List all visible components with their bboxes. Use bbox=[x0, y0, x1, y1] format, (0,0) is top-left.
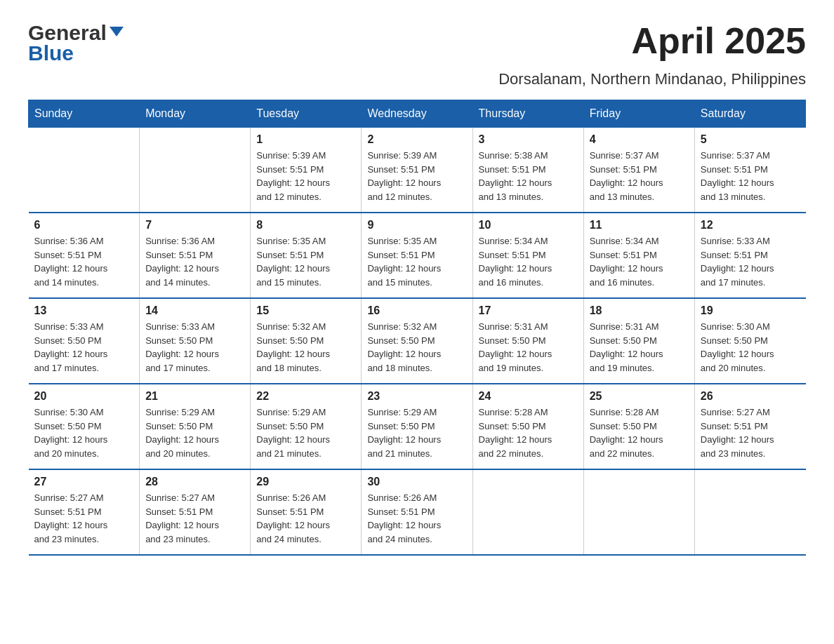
calendar-day-cell: 9Sunrise: 5:35 AM Sunset: 5:51 PM Daylig… bbox=[362, 213, 472, 298]
month-year-title: April 2025 bbox=[631, 21, 806, 61]
day-info: Sunrise: 5:39 AM Sunset: 5:51 PM Dayligh… bbox=[367, 149, 466, 203]
calendar-day-cell: 24Sunrise: 5:28 AM Sunset: 5:50 PM Dayli… bbox=[472, 384, 583, 469]
calendar-day-cell: 27Sunrise: 5:27 AM Sunset: 5:51 PM Dayli… bbox=[29, 469, 140, 555]
calendar-day-cell: 5Sunrise: 5:37 AM Sunset: 5:51 PM Daylig… bbox=[694, 128, 805, 213]
logo-blue-text: Blue bbox=[28, 41, 74, 65]
calendar-day-cell: 4Sunrise: 5:37 AM Sunset: 5:51 PM Daylig… bbox=[583, 128, 694, 213]
calendar-day-cell: 15Sunrise: 5:32 AM Sunset: 5:50 PM Dayli… bbox=[251, 298, 362, 384]
calendar-day-cell: 25Sunrise: 5:28 AM Sunset: 5:50 PM Dayli… bbox=[583, 384, 694, 469]
weekday-header-cell: Monday bbox=[140, 100, 251, 128]
calendar-day-cell: 1Sunrise: 5:39 AM Sunset: 5:51 PM Daylig… bbox=[251, 128, 362, 213]
day-info: Sunrise: 5:32 AM Sunset: 5:50 PM Dayligh… bbox=[367, 320, 466, 375]
calendar-day-cell bbox=[583, 469, 694, 555]
calendar-day-cell: 21Sunrise: 5:29 AM Sunset: 5:50 PM Dayli… bbox=[140, 384, 251, 469]
day-info: Sunrise: 5:37 AM Sunset: 5:51 PM Dayligh… bbox=[590, 149, 689, 203]
day-number: 8 bbox=[256, 219, 355, 232]
day-info: Sunrise: 5:31 AM Sunset: 5:50 PM Dayligh… bbox=[479, 320, 578, 375]
calendar-day-cell: 3Sunrise: 5:38 AM Sunset: 5:51 PM Daylig… bbox=[472, 128, 583, 213]
calendar-day-cell: 12Sunrise: 5:33 AM Sunset: 5:51 PM Dayli… bbox=[694, 213, 805, 298]
day-info: Sunrise: 5:27 AM Sunset: 5:51 PM Dayligh… bbox=[34, 491, 134, 546]
calendar-day-cell bbox=[29, 128, 140, 213]
day-info: Sunrise: 5:27 AM Sunset: 5:51 PM Dayligh… bbox=[145, 491, 244, 546]
day-number: 17 bbox=[479, 304, 578, 317]
calendar-day-cell: 20Sunrise: 5:30 AM Sunset: 5:50 PM Dayli… bbox=[29, 384, 140, 469]
day-number: 6 bbox=[34, 219, 134, 232]
calendar-table: SundayMondayTuesdayWednesdayThursdayFrid… bbox=[28, 100, 806, 556]
calendar-day-cell: 10Sunrise: 5:34 AM Sunset: 5:51 PM Dayli… bbox=[472, 213, 583, 298]
calendar-day-cell: 14Sunrise: 5:33 AM Sunset: 5:50 PM Dayli… bbox=[140, 298, 251, 384]
calendar-day-cell: 17Sunrise: 5:31 AM Sunset: 5:50 PM Dayli… bbox=[472, 298, 583, 384]
day-info: Sunrise: 5:37 AM Sunset: 5:51 PM Dayligh… bbox=[701, 149, 800, 203]
day-number: 19 bbox=[701, 304, 800, 317]
day-number: 23 bbox=[367, 390, 466, 403]
calendar-day-cell bbox=[140, 128, 251, 213]
day-info: Sunrise: 5:29 AM Sunset: 5:50 PM Dayligh… bbox=[145, 405, 244, 460]
day-info: Sunrise: 5:36 AM Sunset: 5:51 PM Dayligh… bbox=[145, 234, 244, 289]
weekday-header-row: SundayMondayTuesdayWednesdayThursdayFrid… bbox=[29, 100, 806, 128]
day-info: Sunrise: 5:36 AM Sunset: 5:51 PM Dayligh… bbox=[34, 234, 134, 289]
day-number: 2 bbox=[367, 133, 466, 146]
day-number: 26 bbox=[701, 390, 800, 403]
logo-triangle-icon bbox=[110, 27, 124, 36]
day-number: 20 bbox=[34, 390, 134, 403]
day-info: Sunrise: 5:32 AM Sunset: 5:50 PM Dayligh… bbox=[256, 320, 355, 375]
day-number: 5 bbox=[701, 133, 800, 146]
day-info: Sunrise: 5:33 AM Sunset: 5:51 PM Dayligh… bbox=[701, 234, 800, 289]
day-number: 12 bbox=[701, 219, 800, 232]
weekday-header-cell: Friday bbox=[583, 100, 694, 128]
day-number: 28 bbox=[145, 476, 244, 488]
day-info: Sunrise: 5:29 AM Sunset: 5:50 PM Dayligh… bbox=[367, 405, 466, 460]
calendar-week-row: 20Sunrise: 5:30 AM Sunset: 5:50 PM Dayli… bbox=[29, 384, 806, 469]
day-number: 18 bbox=[590, 304, 689, 317]
day-info: Sunrise: 5:30 AM Sunset: 5:50 PM Dayligh… bbox=[34, 405, 134, 460]
day-info: Sunrise: 5:28 AM Sunset: 5:50 PM Dayligh… bbox=[479, 405, 578, 460]
day-info: Sunrise: 5:29 AM Sunset: 5:50 PM Dayligh… bbox=[256, 405, 355, 460]
calendar-body: 1Sunrise: 5:39 AM Sunset: 5:51 PM Daylig… bbox=[29, 128, 806, 556]
day-number: 16 bbox=[367, 304, 466, 317]
calendar-day-cell bbox=[694, 469, 805, 555]
calendar-day-cell: 6Sunrise: 5:36 AM Sunset: 5:51 PM Daylig… bbox=[29, 213, 140, 298]
day-number: 9 bbox=[367, 219, 466, 232]
day-info: Sunrise: 5:31 AM Sunset: 5:50 PM Dayligh… bbox=[590, 320, 689, 375]
weekday-header-cell: Sunday bbox=[29, 100, 140, 128]
day-number: 24 bbox=[479, 390, 578, 403]
calendar-week-row: 13Sunrise: 5:33 AM Sunset: 5:50 PM Dayli… bbox=[29, 298, 806, 384]
day-number: 7 bbox=[145, 219, 244, 232]
calendar-week-row: 27Sunrise: 5:27 AM Sunset: 5:51 PM Dayli… bbox=[29, 469, 806, 555]
day-number: 30 bbox=[367, 476, 466, 488]
day-number: 22 bbox=[256, 390, 355, 403]
day-number: 29 bbox=[256, 476, 355, 488]
calendar-day-cell: 26Sunrise: 5:27 AM Sunset: 5:51 PM Dayli… bbox=[694, 384, 805, 469]
day-number: 4 bbox=[590, 133, 689, 146]
weekday-header-cell: Wednesday bbox=[362, 100, 472, 128]
day-info: Sunrise: 5:34 AM Sunset: 5:51 PM Dayligh… bbox=[590, 234, 689, 289]
day-number: 10 bbox=[479, 219, 578, 232]
calendar-day-cell: 18Sunrise: 5:31 AM Sunset: 5:50 PM Dayli… bbox=[583, 298, 694, 384]
day-info: Sunrise: 5:35 AM Sunset: 5:51 PM Dayligh… bbox=[256, 234, 355, 289]
calendar-day-cell: 8Sunrise: 5:35 AM Sunset: 5:51 PM Daylig… bbox=[251, 213, 362, 298]
calendar-day-cell: 19Sunrise: 5:30 AM Sunset: 5:50 PM Dayli… bbox=[694, 298, 805, 384]
weekday-header-cell: Tuesday bbox=[251, 100, 362, 128]
day-info: Sunrise: 5:33 AM Sunset: 5:50 PM Dayligh… bbox=[145, 320, 244, 375]
day-number: 3 bbox=[479, 133, 578, 146]
calendar-week-row: 6Sunrise: 5:36 AM Sunset: 5:51 PM Daylig… bbox=[29, 213, 806, 298]
day-number: 14 bbox=[145, 304, 244, 317]
calendar-day-cell: 28Sunrise: 5:27 AM Sunset: 5:51 PM Dayli… bbox=[140, 469, 251, 555]
weekday-header-cell: Thursday bbox=[472, 100, 583, 128]
day-info: Sunrise: 5:28 AM Sunset: 5:50 PM Dayligh… bbox=[590, 405, 689, 460]
day-number: 13 bbox=[34, 304, 134, 317]
calendar-day-cell: 16Sunrise: 5:32 AM Sunset: 5:50 PM Dayli… bbox=[362, 298, 472, 384]
day-info: Sunrise: 5:35 AM Sunset: 5:51 PM Dayligh… bbox=[367, 234, 466, 289]
day-number: 1 bbox=[256, 133, 355, 146]
day-info: Sunrise: 5:26 AM Sunset: 5:51 PM Dayligh… bbox=[367, 491, 466, 546]
day-info: Sunrise: 5:26 AM Sunset: 5:51 PM Dayligh… bbox=[256, 491, 355, 546]
day-info: Sunrise: 5:33 AM Sunset: 5:50 PM Dayligh… bbox=[34, 320, 134, 375]
day-info: Sunrise: 5:38 AM Sunset: 5:51 PM Dayligh… bbox=[479, 149, 578, 203]
calendar-day-cell: 7Sunrise: 5:36 AM Sunset: 5:51 PM Daylig… bbox=[140, 213, 251, 298]
day-info: Sunrise: 5:27 AM Sunset: 5:51 PM Dayligh… bbox=[701, 405, 800, 460]
day-info: Sunrise: 5:34 AM Sunset: 5:51 PM Dayligh… bbox=[479, 234, 578, 289]
calendar-week-row: 1Sunrise: 5:39 AM Sunset: 5:51 PM Daylig… bbox=[29, 128, 806, 213]
day-number: 11 bbox=[590, 219, 689, 232]
location-subtitle: Dorsalanam, Northern Mindanao, Philippin… bbox=[28, 70, 806, 88]
calendar-day-cell: 22Sunrise: 5:29 AM Sunset: 5:50 PM Dayli… bbox=[251, 384, 362, 469]
